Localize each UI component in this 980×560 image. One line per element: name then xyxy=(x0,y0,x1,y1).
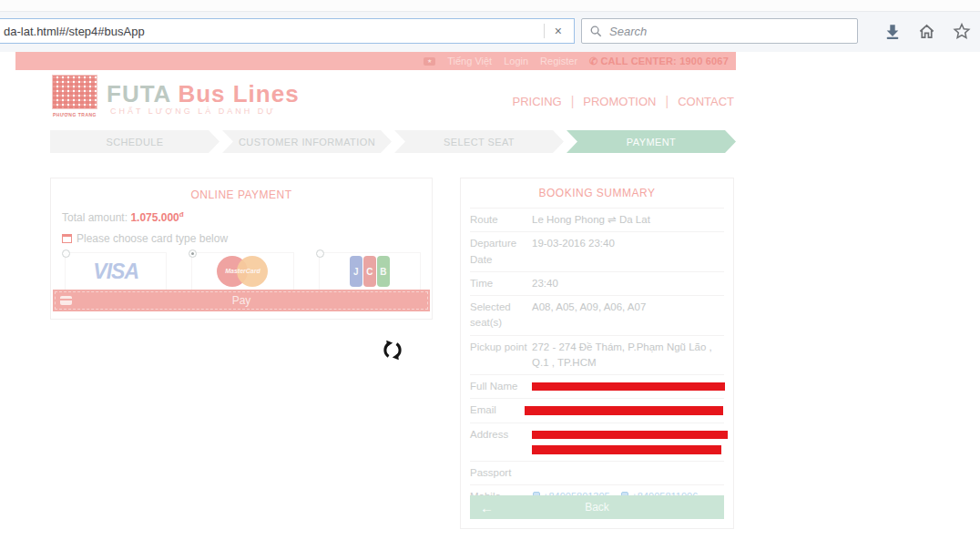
url-text[interactable]: da-lat.html#/step4#busApp xyxy=(0,25,544,38)
summary-label-pickup: Pickup point xyxy=(470,340,532,372)
call-center-label: ✆CALL CENTER: 1900 6067 xyxy=(589,56,729,67)
phone-handset-icon: ✆ xyxy=(589,56,597,66)
nav-item-contact[interactable]: CONTACT xyxy=(678,95,734,108)
summary-row-fullname: Full Name xyxy=(470,374,724,398)
jcb-logo: JCB xyxy=(350,256,390,287)
summary-label-email: Email xyxy=(470,402,532,418)
site-page: ★ Tiếng Việt Login Register ✆CALL CENTER… xyxy=(15,52,736,560)
summary-label-route: Route xyxy=(470,212,532,228)
card-option-visa[interactable]: VISA xyxy=(65,252,167,290)
visa-logo: VISA xyxy=(93,260,138,284)
summary-value-pickup: 272 - 274 Đề Thám, P.Phạm Ngũ Lão , Q.1 … xyxy=(532,340,724,372)
summary-row-route: RouteLe Hong Phong ⇌ Da Lat xyxy=(470,208,724,231)
summary-row-address: Address xyxy=(470,423,724,461)
summary-value-address xyxy=(532,427,728,457)
browser-toolbar: da-lat.html#/step4#busApp × Search xyxy=(0,12,980,52)
summary-row-email: Email xyxy=(470,398,724,422)
download-icon[interactable] xyxy=(884,23,901,40)
redaction-bar xyxy=(532,431,728,439)
nav-separator: | xyxy=(571,94,575,108)
home-icon[interactable] xyxy=(918,23,935,40)
booking-summary-panel: BOOKING SUMMARY RouteLe Hong Phong ⇌ Da … xyxy=(460,178,734,529)
card-option-jcb[interactable]: JCB xyxy=(319,252,421,290)
total-value: 1.075.000đ xyxy=(130,211,183,224)
back-button[interactable]: ← Back xyxy=(470,495,724,519)
tab-strip xyxy=(0,0,980,12)
radio-button-jcb[interactable] xyxy=(316,249,324,258)
summary-label-time: Time xyxy=(470,276,532,291)
site-header: PHƯƠNG TRANG FUTABus Lines CHẤT LƯỢNG LÀ… xyxy=(15,70,736,127)
brand-logo-emblem[interactable] xyxy=(52,75,97,109)
summary-label-passport: Passport xyxy=(470,465,532,481)
search-placeholder: Search xyxy=(609,25,647,38)
summary-value-route: Le Hong Phong ⇌ Da Lat xyxy=(532,212,724,228)
summary-row-seats: Selected seat(s)A08, A05, A09, A06, A07 xyxy=(470,295,724,335)
main-nav: PRICING|PROMOTION|CONTACT xyxy=(513,94,735,108)
url-divider xyxy=(544,24,545,38)
url-bar[interactable]: da-lat.html#/step4#busApp × xyxy=(0,18,575,44)
step-payment[interactable]: PAYMENT xyxy=(567,130,736,153)
summary-label-fullname: Full Name xyxy=(470,379,532,394)
loading-spinner-icon xyxy=(383,339,403,361)
booking-summary-title: BOOKING SUMMARY xyxy=(470,183,724,208)
radio-button-visa[interactable] xyxy=(62,249,70,258)
back-arrow-icon: ← xyxy=(480,500,494,515)
summary-value-fullname xyxy=(532,379,725,394)
summary-label-address: Address xyxy=(470,427,532,457)
summary-row-pickup: Pickup point272 - 274 Đề Thám, P.Phạm Ng… xyxy=(470,335,724,375)
mastercard-logo: MasterCard xyxy=(217,256,268,287)
choose-card-label: Please choose card type below xyxy=(62,232,421,245)
summary-value-departure: 19-03-2016 23:40 xyxy=(532,236,724,268)
login-link[interactable]: Login xyxy=(504,56,528,66)
summary-label-seats: Selected seat(s) xyxy=(470,300,532,331)
clear-url-icon[interactable]: × xyxy=(555,24,574,38)
total-amount: Total amount: 1.075.000đ xyxy=(62,210,421,224)
checkout-steps: SCHEDULECUSTOMER INFORMATIONSELECT SEATP… xyxy=(50,130,736,153)
brand-title: FUTABus Lines xyxy=(107,80,300,108)
summary-row-departure: Departure Date19-03-2016 23:40 xyxy=(470,231,724,271)
register-link[interactable]: Register xyxy=(540,56,577,66)
browser-chrome: da-lat.html#/step4#busApp × Search xyxy=(0,0,980,52)
brand-tagline: CHẤT LƯỢNG LÀ DANH DỰ xyxy=(110,107,276,116)
summary-value-passport xyxy=(532,465,724,481)
online-payment-title: ONLINE PAYMENT xyxy=(62,185,421,209)
card-type-icon xyxy=(62,234,72,243)
brand-buslines: Bus Lines xyxy=(178,80,299,107)
summary-value-email xyxy=(532,402,724,418)
credit-card-icon xyxy=(60,296,72,305)
site-topbar: ★ Tiếng Việt Login Register ✆CALL CENTER… xyxy=(15,52,736,70)
brand-futa: FUTA xyxy=(107,80,171,107)
step-select-seat[interactable]: SELECT SEAT xyxy=(394,130,564,153)
summary-label-departure: Departure Date xyxy=(470,236,532,268)
redaction-bar xyxy=(525,406,723,415)
summary-value-seats: A08, A05, A09, A06, A07 xyxy=(532,300,724,331)
step-customer-information[interactable]: CUSTOMER INFORMATION xyxy=(222,130,392,153)
summary-row-passport: Passport xyxy=(470,461,724,484)
nav-separator: | xyxy=(665,94,669,108)
nav-item-pricing[interactable]: PRICING xyxy=(513,95,562,108)
pay-button[interactable]: Pay xyxy=(53,290,430,311)
radio-button-mastercard[interactable] xyxy=(189,249,197,258)
summary-row-time: Time23:40 xyxy=(470,271,724,295)
step-schedule[interactable]: SCHEDULE xyxy=(50,130,219,153)
summary-rows: RouteLe Hong Phong ⇌ Da LatDeparture Dat… xyxy=(470,208,724,508)
redaction-bar xyxy=(532,382,725,391)
logo-caption: PHƯƠNG TRANG xyxy=(50,112,99,117)
bookmark-star-icon[interactable] xyxy=(953,23,971,40)
language-flag-icon[interactable]: ★ xyxy=(424,57,435,66)
online-payment-panel: ONLINE PAYMENT Total amount: 1.075.000đ … xyxy=(50,178,433,320)
search-input[interactable]: Search xyxy=(581,18,858,44)
redaction-bar xyxy=(532,445,721,454)
card-option-mastercard[interactable]: MasterCard xyxy=(191,252,293,290)
card-type-options: VISAMasterCardJCB xyxy=(65,252,421,290)
summary-value-time: 23:40 xyxy=(532,276,724,291)
language-link[interactable]: Tiếng Việt xyxy=(447,56,492,66)
search-icon xyxy=(590,25,602,37)
nav-item-promotion[interactable]: PROMOTION xyxy=(583,95,656,108)
